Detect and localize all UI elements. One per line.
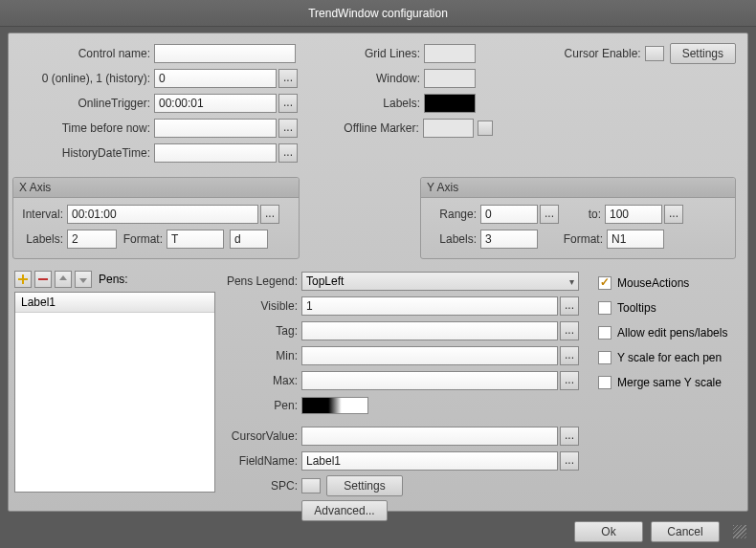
- merge-checkbox[interactable]: [598, 376, 611, 389]
- labels-color[interactable]: [424, 94, 476, 113]
- cursor-settings-button[interactable]: Settings: [670, 43, 736, 64]
- allow-edit-checkbox[interactable]: [598, 326, 611, 340]
- spc-label: SPC:: [225, 479, 301, 493]
- list-item[interactable]: Label1: [15, 293, 214, 313]
- online-trigger-browse[interactable]: ...: [278, 94, 298, 113]
- cursor-value-input[interactable]: [301, 427, 558, 446]
- x-interval-label: Interval:: [21, 208, 67, 221]
- y-range-to-browse[interactable]: ...: [664, 205, 683, 224]
- pens-legend-value: TopLeft: [306, 274, 344, 288]
- pen-label: Pen:: [225, 399, 301, 412]
- history-datetime-input[interactable]: [154, 143, 277, 163]
- grid-lines-color[interactable]: [424, 44, 476, 63]
- tag-label: Tag:: [225, 324, 301, 338]
- remove-pen-button[interactable]: [34, 271, 52, 288]
- window-body: Control name: 0 (online), 1 (history):0.…: [8, 33, 748, 512]
- pen-color-swatch[interactable]: [301, 397, 368, 414]
- tooltips-checkbox[interactable]: [598, 301, 611, 315]
- x-interval-input[interactable]: 00:01:00: [67, 205, 258, 224]
- x-labels-input[interactable]: 2: [67, 230, 117, 249]
- max-label: Max:: [225, 374, 301, 387]
- x-labels-label: Labels:: [21, 232, 67, 246]
- offline-marker-color[interactable]: [423, 119, 474, 138]
- y-format-input[interactable]: N1: [607, 230, 664, 249]
- y-axis-title: Y Axis: [421, 178, 735, 198]
- y-range-to-input[interactable]: 100: [605, 205, 662, 224]
- cursor-enable-toggle[interactable]: [645, 46, 664, 61]
- y-to-label: to:: [559, 208, 605, 221]
- x-interval-browse[interactable]: ...: [260, 205, 279, 224]
- min-input[interactable]: [301, 346, 558, 365]
- min-browse[interactable]: ...: [560, 346, 579, 365]
- x-axis-title: X Axis: [13, 178, 299, 198]
- x-format1-input[interactable]: T: [167, 230, 224, 249]
- offline-marker-toggle[interactable]: [478, 121, 493, 136]
- y-each-checkbox[interactable]: [598, 351, 611, 364]
- y-labels-input[interactable]: 3: [480, 230, 538, 249]
- grid-lines-label: Grid Lines:: [330, 47, 424, 60]
- y-labels-label: Labels:: [429, 232, 480, 246]
- x-format2-input[interactable]: d: [230, 230, 268, 249]
- y-axis-group: Y Axis Range:0...to:100... Labels:3Forma…: [420, 177, 736, 259]
- tag-browse[interactable]: ...: [560, 321, 579, 340]
- y-range-from-browse[interactable]: ...: [540, 205, 559, 224]
- history-datetime-label: HistoryDateTime:: [20, 146, 154, 160]
- pens-legend-label: Pens Legend:: [225, 274, 301, 288]
- move-down-button[interactable]: [75, 271, 92, 288]
- tooltips-label: Tooltips: [617, 301, 656, 315]
- y-range-label: Range:: [429, 208, 480, 221]
- title-bar: TrendWindow configuration: [0, 0, 756, 27]
- resize-grip-icon[interactable]: [733, 525, 746, 538]
- time-before-now-label: Time before now:: [20, 121, 154, 135]
- control-name-label: Control name:: [20, 47, 154, 60]
- max-browse[interactable]: ...: [560, 371, 579, 390]
- online-trigger-label: OnlineTrigger:: [20, 97, 154, 110]
- y-range-from-input[interactable]: 0: [480, 205, 538, 224]
- field-name-label: FieldName:: [225, 454, 301, 468]
- chevron-down-icon: ▾: [569, 276, 574, 287]
- field-name-input[interactable]: Label1: [301, 451, 558, 471]
- add-pen-button[interactable]: [14, 271, 32, 288]
- mouse-actions-checkbox[interactable]: [598, 276, 611, 290]
- time-before-now-browse[interactable]: ...: [278, 119, 298, 138]
- mouse-actions-label: MouseActions: [617, 276, 689, 290]
- tag-input[interactable]: [301, 321, 558, 340]
- field-name-browse[interactable]: ...: [560, 451, 579, 471]
- online-history-browse[interactable]: ...: [278, 69, 298, 88]
- pens-label: Pens:: [99, 273, 128, 286]
- pens-legend-dropdown[interactable]: TopLeft▾: [301, 272, 579, 291]
- time-before-now-input[interactable]: [154, 119, 277, 138]
- y-each-label: Y scale for each pen: [617, 351, 722, 364]
- pens-listbox[interactable]: Label1: [14, 292, 215, 493]
- ok-button[interactable]: Ok: [574, 521, 643, 542]
- y-format-label: Format:: [538, 232, 607, 246]
- offline-marker-label: Offline Marker:: [330, 121, 423, 135]
- visible-input[interactable]: 1: [301, 296, 558, 316]
- min-label: Min:: [225, 349, 301, 362]
- max-input[interactable]: [301, 371, 558, 390]
- window-color[interactable]: [424, 69, 476, 88]
- footer: Ok Cancel: [574, 521, 746, 542]
- window-title: TrendWindow configuration: [308, 7, 448, 20]
- cancel-button[interactable]: Cancel: [651, 521, 720, 542]
- history-datetime-browse[interactable]: ...: [278, 143, 298, 163]
- visible-browse[interactable]: ...: [560, 296, 579, 316]
- x-format-label: Format:: [117, 232, 167, 246]
- online-trigger-input[interactable]: 00:00:01: [154, 94, 277, 113]
- cursor-value-browse[interactable]: ...: [560, 427, 579, 446]
- visible-label: Visible:: [225, 299, 301, 313]
- online-history-input[interactable]: 0: [154, 69, 277, 88]
- advanced-button[interactable]: Advanced...: [301, 500, 388, 521]
- online-history-label: 0 (online), 1 (history):: [20, 72, 154, 85]
- control-name-input[interactable]: [154, 44, 296, 63]
- allow-edit-label: Allow edit pens/labels: [617, 326, 727, 340]
- move-up-button[interactable]: [55, 271, 72, 288]
- spc-toggle[interactable]: [301, 478, 321, 493]
- cursor-value-label: CursorValue:: [225, 429, 301, 443]
- x-axis-group: X Axis Interval:00:01:00... Labels:2Form…: [12, 177, 300, 259]
- labels-color-label: Labels:: [330, 97, 424, 110]
- merge-label: Merge same Y scale: [617, 376, 722, 389]
- window-color-label: Window:: [330, 72, 424, 85]
- cursor-enable-label: Cursor Enable:: [565, 47, 645, 60]
- spc-settings-button[interactable]: Settings: [326, 475, 403, 496]
